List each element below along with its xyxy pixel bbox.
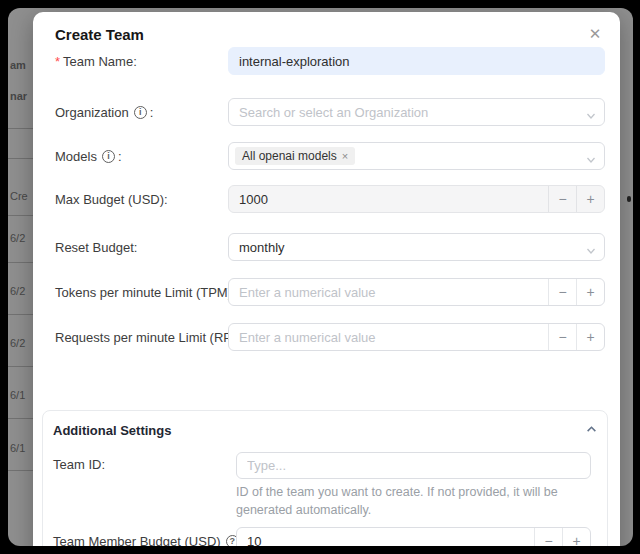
max-budget-input[interactable]: [229, 186, 548, 212]
tag-remove-icon[interactable]: ×: [342, 151, 348, 162]
label-colon: :: [150, 105, 154, 120]
team-id-label-text: Team ID: [53, 457, 101, 472]
organization-placeholder: Search or select an Organization: [239, 105, 428, 120]
models-control: All openai models ×: [228, 142, 605, 170]
models-label-text: Models: [55, 149, 97, 164]
chevron-up-icon: [586, 421, 597, 439]
tpm-number-input: − +: [228, 278, 605, 306]
form-row-member-budget: Team Member Budget (USD) ? : − +: [53, 527, 591, 546]
form-row-tpm: Tokens per minute Limit (TPM) : − +: [55, 278, 605, 306]
member-budget-label: Team Member Budget (USD) ? :: [53, 534, 236, 546]
tpm-label: Tokens per minute Limit (TPM) :: [55, 285, 228, 300]
background-row-divider: [8, 158, 34, 159]
max-budget-number-input: − +: [228, 185, 605, 213]
background-text-fragment: nar: [10, 90, 27, 102]
label-colon: :: [134, 240, 138, 255]
additional-settings-header[interactable]: Additional Settings: [53, 421, 597, 439]
organization-select[interactable]: Search or select an Organization: [228, 98, 605, 126]
form-row-organization: Organization i : Search or select an Org…: [55, 98, 605, 126]
form-row-team-id: Team ID : ID of the team you want to cre…: [53, 452, 591, 519]
background-text-fragment: am: [10, 59, 26, 71]
team-name-label-text: Team Name: [63, 54, 133, 69]
background-row-divider: [8, 470, 34, 471]
background-row-divider: [8, 215, 34, 216]
rpm-input[interactable]: [229, 324, 548, 350]
background-text-fragment: 6/1: [10, 442, 25, 454]
max-budget-control: − +: [228, 185, 605, 213]
team-id-control: ID of the team you want to create. If no…: [236, 452, 591, 519]
rpm-label-text: Requests per minute Limit (RPM): [55, 330, 247, 345]
reset-budget-control: monthly: [228, 233, 605, 261]
form-row-models: Models i : All openai models ×: [55, 142, 605, 170]
increment-button[interactable]: +: [576, 279, 604, 305]
info-circle-icon[interactable]: i: [134, 106, 147, 119]
team-id-help-text: ID of the team you want to create. If no…: [236, 483, 591, 519]
close-icon[interactable]: ✕: [585, 24, 605, 44]
models-label: Models i :: [55, 149, 228, 164]
decrement-button[interactable]: −: [548, 324, 576, 350]
rpm-label: Requests per minute Limit (RPM) :: [55, 330, 228, 345]
organization-label: Organization i :: [55, 105, 228, 120]
additional-settings-title: Additional Settings: [53, 423, 171, 438]
team-name-control: [228, 47, 605, 75]
decrement-button[interactable]: −: [548, 186, 576, 212]
increment-button[interactable]: +: [576, 324, 604, 350]
rpm-control: − +: [228, 323, 605, 351]
reset-budget-label: Reset Budget :: [55, 240, 228, 255]
tpm-control: − +: [228, 278, 605, 306]
background-row-divider: [8, 128, 34, 129]
models-multiselect[interactable]: All openai models ×: [228, 142, 605, 170]
tpm-label-text: Tokens per minute Limit (TPM): [55, 285, 232, 300]
label-colon: :: [101, 457, 105, 472]
label-colon: :: [133, 54, 137, 69]
decrement-button[interactable]: −: [534, 528, 562, 546]
increment-button[interactable]: +: [562, 528, 590, 546]
form-row-rpm: Requests per minute Limit (RPM) : − +: [55, 323, 605, 351]
background-text-fragment: 6/2: [10, 232, 25, 244]
decrement-button[interactable]: −: [548, 279, 576, 305]
member-budget-label-text: Team Member Budget (USD): [53, 534, 221, 546]
background-row-divider: [8, 314, 34, 315]
background-text-fragment: 6/1: [10, 389, 25, 401]
member-budget-input[interactable]: [237, 528, 534, 546]
required-asterisk: *: [55, 54, 60, 69]
background-text-fragment: 6/2: [10, 337, 25, 349]
background-row-divider: [8, 366, 34, 367]
team-name-label: * Team Name :: [55, 54, 228, 69]
additional-settings-panel: Additional Settings Team ID : ID of the …: [42, 410, 608, 546]
form-row-max-budget: Max Budget (USD) : − +: [55, 185, 605, 213]
reset-budget-select[interactable]: monthly: [228, 233, 605, 261]
modal-title: Create Team: [55, 26, 144, 43]
model-tag-text: All openai models: [242, 149, 337, 163]
form-row-team-name: * Team Name :: [55, 47, 605, 75]
background-text-fragment: 6/2: [10, 285, 25, 297]
chevron-down-icon: [586, 107, 596, 125]
organization-label-text: Organization: [55, 105, 129, 120]
organization-control: Search or select an Organization: [228, 98, 605, 126]
member-budget-number-input: − +: [236, 527, 591, 546]
increment-button[interactable]: +: [576, 186, 604, 212]
team-id-label: Team ID :: [53, 452, 236, 472]
info-circle-icon[interactable]: i: [102, 150, 115, 163]
reset-budget-label-text: Reset Budget: [55, 240, 134, 255]
background-row-divider: [8, 418, 34, 419]
team-name-input[interactable]: [228, 47, 605, 75]
dimmed-app-window: am nar Cre 6/2 6/2 6/2 6/1 6/1 Create Te…: [8, 8, 633, 546]
background-row-divider: [8, 262, 34, 263]
create-team-modal: Create Team ✕ * Team Name : Organization…: [33, 12, 620, 546]
team-id-input[interactable]: [236, 452, 591, 479]
background-scroll-dot: [627, 196, 631, 202]
label-colon: :: [164, 192, 168, 207]
chevron-down-icon: [586, 242, 596, 260]
chevron-down-icon: [586, 151, 596, 169]
member-budget-control: − +: [236, 527, 591, 546]
max-budget-label-text: Max Budget (USD): [55, 192, 164, 207]
form-row-reset-budget: Reset Budget : monthly: [55, 233, 605, 261]
model-tag: All openai models ×: [235, 147, 355, 165]
max-budget-label: Max Budget (USD) :: [55, 192, 228, 207]
reset-budget-value: monthly: [239, 240, 285, 255]
tpm-input[interactable]: [229, 279, 548, 305]
background-text-fragment: Cre: [10, 190, 28, 202]
rpm-number-input: − +: [228, 323, 605, 351]
label-colon: :: [118, 149, 122, 164]
